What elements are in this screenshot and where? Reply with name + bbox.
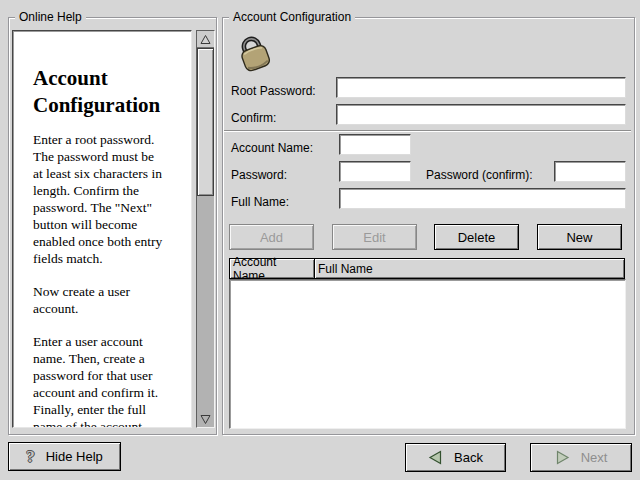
online-help-frame-title: Online Help [15,10,86,24]
lock-icon [232,31,276,73]
accounts-table-header: Account Name Full Name [229,258,626,279]
scroll-down-button[interactable] [197,411,214,427]
accounts-table-body[interactable] [229,279,626,429]
account-config-frame-title: Account Configuration [229,10,355,24]
column-header-account-name[interactable]: Account Name [229,258,315,279]
help-scrollbar[interactable] [196,30,215,428]
password-label: Password: [231,168,287,182]
scrollbar-thumb[interactable] [197,48,214,196]
root-password-label: Root Password: [231,84,316,98]
edit-button[interactable]: Edit [332,224,417,250]
help-text: Account Configuration Enter a root passw… [13,31,191,428]
next-label: Next [581,450,608,465]
confirm-password-input[interactable] [336,104,626,125]
next-arrow-icon [555,450,570,465]
full-name-label: Full Name: [231,195,289,209]
confirm-label: Confirm: [231,111,276,125]
scroll-up-button[interactable] [197,31,214,48]
next-button[interactable]: Next [530,443,632,472]
hide-help-label: Hide Help [46,449,103,464]
help-text-viewport: Account Configuration Enter a root passw… [12,30,192,428]
delete-button[interactable]: Delete [434,224,519,250]
accounts-table: Account Name Full Name [229,258,626,429]
help-heading: Account Configuration [33,65,189,119]
account-config-panel: Account Configuration Root Password: Con… [222,17,635,435]
hide-help-button[interactable]: ? Hide Help [8,442,121,471]
account-name-input[interactable] [339,134,411,155]
root-password-input[interactable] [336,77,626,98]
new-button[interactable]: New [537,224,622,250]
account-name-label: Account Name: [231,141,313,155]
back-arrow-icon [428,450,443,465]
help-question-icon: ? [26,448,35,465]
arrow-up-icon [200,34,211,45]
help-paragraph: Enter a root password. The password must… [33,131,189,267]
back-label: Back [454,450,483,465]
section-separator [224,130,631,132]
help-paragraph: Now create a user account. [33,283,189,317]
password-confirm-input[interactable] [554,161,626,182]
password-input[interactable] [339,161,411,182]
column-header-full-name[interactable]: Full Name [314,258,625,279]
installer-window: Online Help Account Configuration Enter … [0,0,640,480]
full-name-input[interactable] [339,188,626,209]
password-confirm-label: Password (confirm): [426,168,533,182]
help-paragraph: Enter a user account name. Then, create … [33,333,189,428]
back-button[interactable]: Back [405,443,506,472]
arrow-down-icon [200,414,211,425]
add-button[interactable]: Add [229,224,314,250]
online-help-panel: Online Help Account Configuration Enter … [8,17,217,435]
